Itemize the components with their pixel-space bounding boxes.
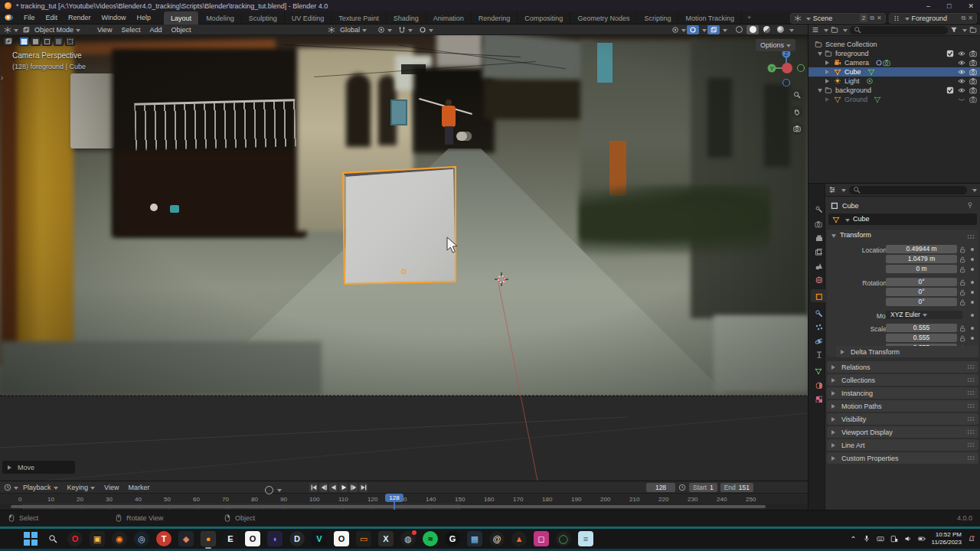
xray-toggle[interactable] [707,25,720,34]
lock-icon[interactable] [959,324,966,332]
workspace-tab[interactable]: Motion Tracking [678,11,742,24]
taskbar-app-icon[interactable]: ≡ [578,531,593,546]
start-button[interactable] [23,531,38,546]
breadcrumb-object[interactable]: Cube [842,203,859,210]
keyboard-icon[interactable] [877,535,884,543]
select-menu[interactable]: Select [116,26,145,34]
mode-dropdown[interactable]: Object Mode [30,26,85,34]
exclude-checkbox[interactable] [946,86,954,94]
location-z-input[interactable]: 0 m [886,265,957,273]
animate-dot[interactable] [971,314,974,317]
select-mode-invert-button[interactable] [54,37,64,46]
show-gizmos-icon[interactable] [671,26,679,34]
outliner-search-input[interactable] [850,26,948,34]
proportional-editing-icon[interactable] [419,26,426,34]
taskbar-app-icon[interactable]: ◖ [267,531,283,546]
editor-type-chevron-icon[interactable] [11,24,18,37]
zoom-view-button[interactable] [791,89,803,101]
panel-drag-handle[interactable] [967,429,975,435]
lock-icon[interactable] [959,266,966,273]
shading-solid-button[interactable] [746,25,759,34]
tab-world[interactable] [811,272,825,285]
render-camera-icon[interactable] [969,50,977,57]
select-mode-intersect-button[interactable] [65,37,75,46]
taskbar-app-icon[interactable]: ▲ [511,531,527,546]
taskbar-app-icon[interactable]: ▣ [90,531,105,546]
properties-search-input[interactable] [849,186,967,194]
exclude-checkbox[interactable] [946,50,954,57]
select-mode-extend-button[interactable] [31,37,41,46]
select-mode-subtract-button[interactable] [42,37,52,46]
collapsed-panel[interactable]: Instancing [827,387,978,399]
taskbar-app-icon[interactable]: O [334,531,349,546]
subpanel-delta-transform[interactable]: Delta Transform [836,346,978,357]
lock-icon[interactable] [959,256,966,263]
tab-texture[interactable] [811,392,825,405]
taskbar-app-icon[interactable]: ◎ [134,531,149,546]
collapsed-panel[interactable]: Motion Paths [827,400,978,412]
tab-render[interactable] [811,217,825,230]
location-y-input[interactable]: 1.0479 m [886,255,957,263]
properties-editor-icon[interactable] [828,186,836,194]
eye-icon[interactable] [958,50,965,57]
render-camera-icon[interactable] [969,77,977,85]
new-scene-icon[interactable]: ⧉ [870,15,874,22]
taskbar-app-icon[interactable]: ◍ [400,531,416,546]
play-reverse-button[interactable] [329,483,338,492]
render-camera-icon[interactable] [969,59,977,67]
panel-drag-handle[interactable] [967,416,975,422]
scene-selector[interactable]: Scene 2 ⧉ ✕ [790,13,886,24]
tab-view-layer[interactable] [811,245,825,258]
panel-drag-handle[interactable] [967,234,975,240]
timeline-editor[interactable]: Playback Keying View Marker 128 Start1 E… [0,481,808,510]
taskbar-app-icon[interactable]: ◆ [178,531,194,546]
gizmos-chevron-icon[interactable] [679,24,686,37]
object-name-field[interactable]: Cube [828,214,977,225]
filter-icon[interactable] [950,26,958,34]
time-icon[interactable] [4,484,11,491]
cast-screen-icon[interactable] [890,535,898,543]
next-keyframe-button[interactable] [349,483,358,492]
timeline-view-menu[interactable]: View [100,484,123,491]
keying-menu[interactable]: Keying [63,484,100,491]
taskbar-app-icon[interactable]: ▭ [356,531,371,546]
tab-particles[interactable] [811,320,825,333]
pivot-point-icon[interactable] [377,26,385,34]
outliner-row-background[interactable]: background [808,86,980,95]
animate-dot[interactable] [971,281,974,284]
timeline-ruler[interactable]: 0102030405060708090100110120130140150160… [0,494,808,504]
tab-tool[interactable] [811,202,825,215]
jump-to-end-button[interactable] [359,483,368,492]
tab-physics[interactable] [811,334,825,347]
view-menu[interactable]: View [93,26,116,34]
taskbar-app-icon[interactable]: ▦ [467,531,482,546]
remove-view-layer-icon[interactable]: ✕ [968,15,973,21]
workspace-tab[interactable]: Geometry Nodes [570,11,637,24]
add-workspace-button[interactable]: + [742,14,756,21]
render-camera-icon[interactable] [969,96,977,103]
taskbar-app-icon[interactable]: ◻ [534,531,549,546]
minimize-button[interactable]: – [926,2,930,10]
playhead-frame-chip[interactable]: 128 [385,494,403,502]
eye-icon[interactable] [958,59,965,67]
lock-icon[interactable] [959,334,966,342]
xray-chevron-icon[interactable] [720,24,727,37]
collapsed-panel[interactable]: Custom Properties [827,452,978,464]
timeline-scrollbar[interactable] [11,505,766,508]
active-tool-icon[interactable] [3,37,13,46]
outliner-row-light[interactable]: Light [808,77,980,86]
falloff-chevron-icon[interactable] [426,24,433,37]
collapsed-panel[interactable]: Visibility [827,413,978,425]
taskbar-app-icon[interactable]: V [312,531,327,546]
shading-chevron-icon[interactable] [787,24,794,37]
overlays-chevron-icon[interactable] [700,24,707,37]
select-mode-new-button[interactable] [19,37,29,46]
tab-scene[interactable] [811,259,825,272]
outliner-editor-icon[interactable] [812,26,819,34]
view-layer-selector[interactable]: Foreground ⧉ ✕ [889,13,977,24]
workspace-tab[interactable]: Scripting [637,11,678,24]
taskbar-app-icon[interactable]: G [445,531,460,546]
collapsed-panel[interactable]: Relations [827,361,978,373]
lock-icon[interactable] [959,279,966,286]
eye-closed-icon[interactable] [958,96,965,103]
